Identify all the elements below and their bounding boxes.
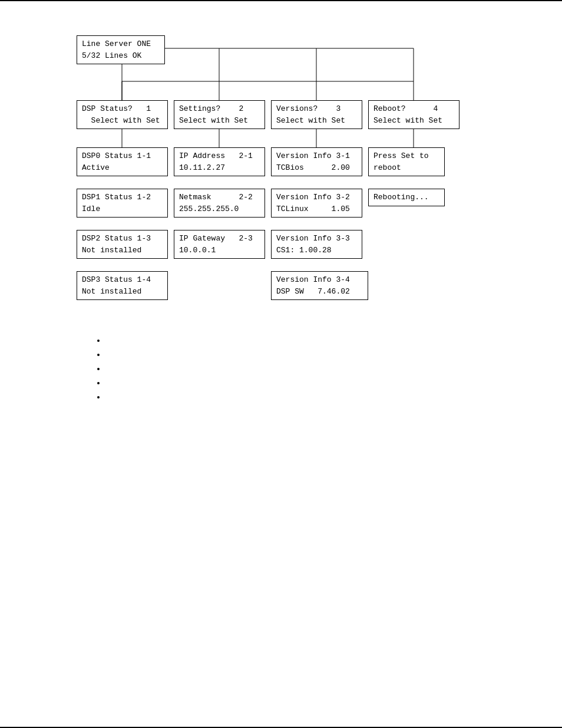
top-border [0, 0, 562, 1]
diagram: Line Server ONE 5/32 Lines OK DSP Status… [71, 29, 483, 312]
ip-gateway: IP Gateway 2-3 10.0.0.1 [174, 230, 265, 259]
press-set-reboot: Press Set to reboot [368, 147, 445, 176]
bullet-item-5 [106, 393, 491, 402]
version-info-31: Version Info 3-1 TCBios 2.00 [271, 147, 362, 176]
bullet-item-4 [106, 378, 491, 388]
version-info-34: Version Info 3-4 DSP SW 7.46.02 [271, 271, 368, 300]
menu-reboot: Reboot? 4 Select with Set [368, 100, 459, 129]
version-info-33: Version Info 3-3 CS1: 1.00.28 [271, 230, 362, 259]
menu-dsp-status: DSP Status? 1 Select with Set [77, 100, 168, 129]
dsp0-status: DSP0 Status 1-1 Active [77, 147, 168, 176]
bullet-item-1 [106, 336, 491, 345]
main-content: Line Server ONE 5/32 Lines OK DSP Status… [0, 0, 562, 430]
menu-settings: Settings? 2 Select with Set [174, 100, 265, 129]
bullet-list [106, 336, 491, 402]
rebooting-status: Rebooting... [368, 189, 445, 206]
version-info-32: Version Info 3-2 TCLinux 1.05 [271, 189, 362, 218]
menu-versions: Versions? 3 Select with Set [271, 100, 362, 129]
bullet-item-2 [106, 350, 491, 360]
root-box: Line Server ONE 5/32 Lines OK [77, 35, 165, 64]
dsp1-status: DSP1 Status 1-2 Idle [77, 189, 168, 218]
bullet-item-3 [106, 364, 491, 374]
dsp2-status: DSP2 Status 1-3 Not installed [77, 230, 168, 259]
netmask: Netmask 2-2 255.255.255.0 [174, 189, 265, 218]
dsp3-status: DSP3 Status 1-4 Not installed [77, 271, 168, 300]
ip-address: IP Address 2-1 10.11.2.27 [174, 147, 265, 176]
